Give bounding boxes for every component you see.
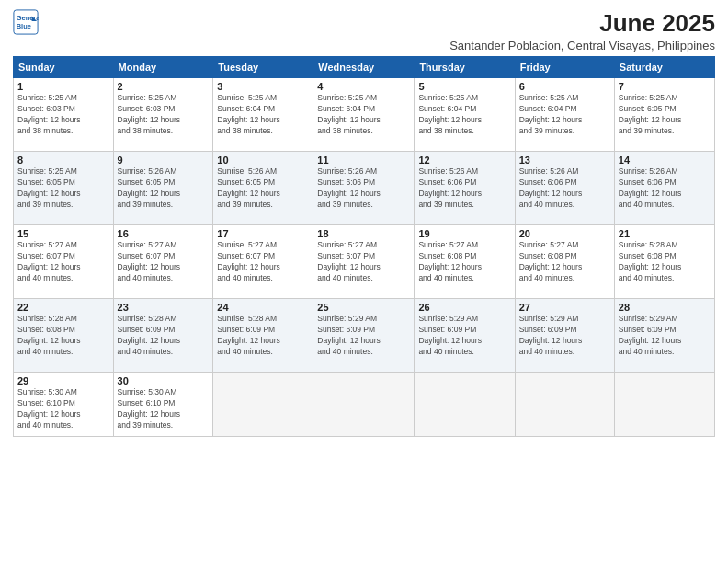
calendar-cell: 17Sunrise: 5:27 AM Sunset: 6:07 PM Dayli… — [213, 225, 313, 299]
calendar-cell — [515, 373, 614, 437]
day-number: 16 — [118, 228, 210, 239]
day-info: Sunrise: 5:30 AM Sunset: 6:10 PM Dayligh… — [17, 387, 109, 431]
day-info: Sunrise: 5:26 AM Sunset: 6:05 PM Dayligh… — [217, 167, 309, 211]
day-number: 19 — [418, 228, 510, 239]
day-header-sunday: Sunday — [14, 57, 114, 78]
day-number: 22 — [17, 302, 109, 313]
day-info: Sunrise: 5:26 AM Sunset: 6:06 PM Dayligh… — [317, 167, 410, 211]
calendar-cell: 23Sunrise: 5:28 AM Sunset: 6:09 PM Dayli… — [113, 299, 213, 373]
day-number: 1 — [17, 81, 109, 92]
calendar-page: General Blue June 2025 Santander Poblaci… — [0, 0, 728, 563]
calendar-cell: 22Sunrise: 5:28 AM Sunset: 6:08 PM Dayli… — [14, 299, 114, 373]
day-number: 14 — [619, 155, 711, 166]
title-block: June 2025 Santander Poblacion, Central V… — [449, 9, 715, 52]
calendar-cell — [614, 373, 714, 437]
day-info: Sunrise: 5:27 AM Sunset: 6:07 PM Dayligh… — [217, 240, 309, 284]
day-info: Sunrise: 5:26 AM Sunset: 6:06 PM Dayligh… — [619, 167, 711, 211]
day-number: 9 — [118, 155, 210, 166]
calendar-cell: 29Sunrise: 5:30 AM Sunset: 6:10 PM Dayli… — [14, 373, 114, 437]
day-number: 10 — [217, 155, 309, 166]
day-info: Sunrise: 5:25 AM Sunset: 6:03 PM Dayligh… — [118, 93, 210, 137]
calendar-cell: 14Sunrise: 5:26 AM Sunset: 6:06 PM Dayli… — [614, 152, 714, 225]
day-number: 29 — [17, 375, 109, 386]
day-info: Sunrise: 5:25 AM Sunset: 6:05 PM Dayligh… — [17, 167, 109, 211]
day-info: Sunrise: 5:28 AM Sunset: 6:08 PM Dayligh… — [619, 240, 711, 284]
day-number: 12 — [418, 155, 510, 166]
calendar-cell: 8Sunrise: 5:25 AM Sunset: 6:05 PM Daylig… — [14, 152, 114, 225]
day-number: 4 — [317, 81, 410, 92]
day-number: 26 — [418, 302, 510, 313]
day-header-friday: Friday — [515, 57, 614, 78]
day-number: 3 — [217, 81, 309, 92]
calendar-cell: 26Sunrise: 5:29 AM Sunset: 6:09 PM Dayli… — [415, 299, 515, 373]
calendar-cell: 9Sunrise: 5:26 AM Sunset: 6:05 PM Daylig… — [113, 152, 213, 225]
calendar-cell: 5Sunrise: 5:25 AM Sunset: 6:04 PM Daylig… — [415, 78, 515, 152]
calendar-cell: 25Sunrise: 5:29 AM Sunset: 6:09 PM Dayli… — [313, 299, 415, 373]
calendar-week-row: 8Sunrise: 5:25 AM Sunset: 6:05 PM Daylig… — [14, 152, 715, 225]
logo: General Blue — [13, 9, 39, 35]
main-title: June 2025 — [449, 9, 715, 38]
calendar-cell: 7Sunrise: 5:25 AM Sunset: 6:05 PM Daylig… — [614, 78, 714, 152]
svg-text:Blue: Blue — [17, 22, 31, 30]
day-info: Sunrise: 5:27 AM Sunset: 6:07 PM Dayligh… — [317, 240, 410, 284]
day-number: 20 — [519, 228, 610, 239]
day-number: 11 — [317, 155, 410, 166]
calendar-cell: 11Sunrise: 5:26 AM Sunset: 6:06 PM Dayli… — [313, 152, 415, 225]
calendar-week-row: 1Sunrise: 5:25 AM Sunset: 6:03 PM Daylig… — [14, 78, 715, 152]
day-info: Sunrise: 5:28 AM Sunset: 6:09 PM Dayligh… — [217, 314, 309, 358]
day-info: Sunrise: 5:29 AM Sunset: 6:09 PM Dayligh… — [317, 314, 410, 358]
calendar-cell: 16Sunrise: 5:27 AM Sunset: 6:07 PM Dayli… — [113, 225, 213, 299]
calendar-cell: 3Sunrise: 5:25 AM Sunset: 6:04 PM Daylig… — [213, 78, 313, 152]
day-number: 6 — [519, 81, 610, 92]
calendar-cell: 1Sunrise: 5:25 AM Sunset: 6:03 PM Daylig… — [14, 78, 114, 152]
page-header: General Blue June 2025 Santander Poblaci… — [13, 9, 715, 52]
calendar-cell: 4Sunrise: 5:25 AM Sunset: 6:04 PM Daylig… — [313, 78, 415, 152]
calendar-table: SundayMondayTuesdayWednesdayThursdayFrid… — [13, 56, 715, 437]
day-number: 17 — [217, 228, 309, 239]
day-info: Sunrise: 5:29 AM Sunset: 6:09 PM Dayligh… — [418, 314, 510, 358]
day-number: 18 — [317, 228, 410, 239]
day-info: Sunrise: 5:29 AM Sunset: 6:09 PM Dayligh… — [519, 314, 610, 358]
day-info: Sunrise: 5:27 AM Sunset: 6:08 PM Dayligh… — [519, 240, 610, 284]
calendar-week-row: 15Sunrise: 5:27 AM Sunset: 6:07 PM Dayli… — [14, 225, 715, 299]
day-number: 25 — [317, 302, 410, 313]
day-info: Sunrise: 5:27 AM Sunset: 6:08 PM Dayligh… — [418, 240, 510, 284]
day-info: Sunrise: 5:29 AM Sunset: 6:09 PM Dayligh… — [619, 314, 711, 358]
day-header-monday: Monday — [113, 57, 213, 78]
calendar-cell — [415, 373, 515, 437]
day-info: Sunrise: 5:25 AM Sunset: 6:04 PM Dayligh… — [418, 93, 510, 137]
calendar-cell: 28Sunrise: 5:29 AM Sunset: 6:09 PM Dayli… — [614, 299, 714, 373]
day-number: 13 — [519, 155, 610, 166]
day-number: 21 — [619, 228, 711, 239]
day-header-thursday: Thursday — [415, 57, 515, 78]
calendar-cell: 19Sunrise: 5:27 AM Sunset: 6:08 PM Dayli… — [415, 225, 515, 299]
day-number: 5 — [418, 81, 510, 92]
day-number: 15 — [17, 228, 109, 239]
calendar-header-row: SundayMondayTuesdayWednesdayThursdayFrid… — [14, 57, 715, 78]
day-header-saturday: Saturday — [614, 57, 714, 78]
day-number: 23 — [118, 302, 210, 313]
calendar-cell: 24Sunrise: 5:28 AM Sunset: 6:09 PM Dayli… — [213, 299, 313, 373]
day-info: Sunrise: 5:27 AM Sunset: 6:07 PM Dayligh… — [17, 240, 109, 284]
day-info: Sunrise: 5:28 AM Sunset: 6:09 PM Dayligh… — [118, 314, 210, 358]
calendar-cell — [313, 373, 415, 437]
day-info: Sunrise: 5:25 AM Sunset: 6:03 PM Dayligh… — [17, 93, 109, 137]
calendar-cell: 21Sunrise: 5:28 AM Sunset: 6:08 PM Dayli… — [614, 225, 714, 299]
calendar-cell: 15Sunrise: 5:27 AM Sunset: 6:07 PM Dayli… — [14, 225, 114, 299]
day-info: Sunrise: 5:26 AM Sunset: 6:06 PM Dayligh… — [519, 167, 610, 211]
day-number: 27 — [519, 302, 610, 313]
calendar-cell — [213, 373, 313, 437]
calendar-cell: 6Sunrise: 5:25 AM Sunset: 6:04 PM Daylig… — [515, 78, 614, 152]
day-info: Sunrise: 5:30 AM Sunset: 6:10 PM Dayligh… — [118, 387, 210, 431]
calendar-cell: 2Sunrise: 5:25 AM Sunset: 6:03 PM Daylig… — [113, 78, 213, 152]
day-info: Sunrise: 5:25 AM Sunset: 6:04 PM Dayligh… — [317, 93, 410, 137]
logo-icon: General Blue — [13, 9, 39, 35]
calendar-week-row: 22Sunrise: 5:28 AM Sunset: 6:08 PM Dayli… — [14, 299, 715, 373]
calendar-cell: 18Sunrise: 5:27 AM Sunset: 6:07 PM Dayli… — [313, 225, 415, 299]
subtitle: Santander Poblacion, Central Visayas, Ph… — [449, 39, 715, 52]
calendar-cell: 13Sunrise: 5:26 AM Sunset: 6:06 PM Dayli… — [515, 152, 614, 225]
calendar-body: 1Sunrise: 5:25 AM Sunset: 6:03 PM Daylig… — [14, 78, 715, 437]
calendar-cell: 20Sunrise: 5:27 AM Sunset: 6:08 PM Dayli… — [515, 225, 614, 299]
day-info: Sunrise: 5:25 AM Sunset: 6:04 PM Dayligh… — [519, 93, 610, 137]
day-info: Sunrise: 5:28 AM Sunset: 6:08 PM Dayligh… — [17, 314, 109, 358]
